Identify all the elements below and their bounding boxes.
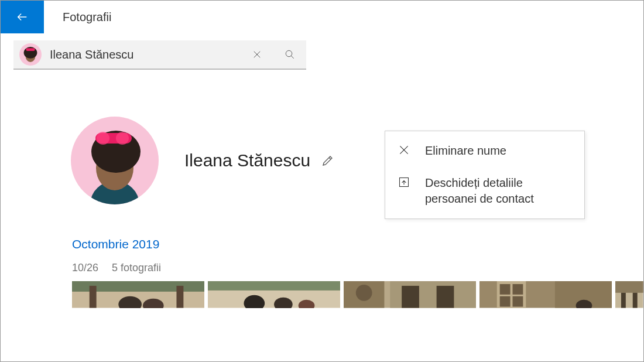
svg-rect-33 bbox=[513, 284, 523, 295]
date-section: Octombrie 2019 10/26 5 fotografii bbox=[72, 237, 643, 274]
profile-name: Ileana Stănescu bbox=[184, 151, 310, 170]
search-icon bbox=[285, 49, 295, 60]
thumbnail[interactable] bbox=[479, 281, 612, 308]
open-contact-icon bbox=[397, 175, 411, 189]
thumbnail[interactable] bbox=[72, 281, 204, 308]
svg-point-10 bbox=[97, 132, 109, 145]
month-link[interactable]: Octombrie 2019 bbox=[72, 237, 643, 251]
photo-thumbnail-icon bbox=[479, 281, 612, 308]
thumbnail[interactable] bbox=[344, 281, 476, 308]
svg-point-26 bbox=[356, 285, 372, 301]
close-icon bbox=[252, 49, 262, 60]
close-icon bbox=[397, 143, 411, 157]
photo-thumbnail-icon bbox=[208, 281, 340, 308]
avatar-icon bbox=[71, 117, 159, 204]
thumbnail[interactable] bbox=[208, 281, 340, 308]
page-title: Fotografii bbox=[63, 11, 111, 24]
svg-rect-16 bbox=[176, 286, 183, 308]
svg-rect-41 bbox=[633, 293, 638, 308]
search-clear-button[interactable] bbox=[241, 40, 273, 69]
pencil-icon bbox=[321, 153, 335, 168]
photo-thumbnail-icon bbox=[615, 281, 643, 308]
date-info: 10/26 5 fotografii bbox=[72, 262, 643, 274]
back-arrow-icon bbox=[16, 11, 29, 23]
svg-rect-3 bbox=[26, 48, 35, 51]
svg-rect-15 bbox=[90, 286, 97, 308]
search-input[interactable] bbox=[50, 48, 241, 62]
back-button[interactable] bbox=[1, 1, 44, 33]
svg-rect-20 bbox=[208, 281, 340, 291]
svg-rect-34 bbox=[500, 296, 511, 307]
svg-rect-40 bbox=[621, 293, 626, 308]
photo-count: 5 fotografii bbox=[112, 262, 161, 274]
header: Fotografii bbox=[1, 1, 643, 33]
profile-avatar bbox=[71, 117, 159, 204]
search-bar bbox=[13, 40, 306, 70]
menu-item-label: Deschideți detaliile persoanei de contac… bbox=[425, 175, 573, 207]
menu-item-label: Eliminare nume bbox=[425, 143, 506, 159]
svg-rect-35 bbox=[513, 296, 523, 307]
svg-rect-32 bbox=[500, 284, 511, 295]
date-value: 10/26 bbox=[72, 262, 98, 274]
svg-point-4 bbox=[286, 50, 292, 57]
avatar-icon bbox=[19, 43, 42, 66]
thumbnails-row bbox=[72, 281, 643, 308]
svg-rect-39 bbox=[615, 281, 643, 293]
photo-thumbnail-icon bbox=[344, 281, 476, 308]
thumbnail[interactable] bbox=[615, 281, 643, 308]
context-menu: Eliminare nume Deschideți detaliile pers… bbox=[385, 131, 585, 219]
svg-rect-28 bbox=[402, 286, 419, 308]
photo-thumbnail-icon bbox=[72, 281, 204, 308]
menu-item-open-contact[interactable]: Deschideți detaliile persoanei de contac… bbox=[385, 167, 584, 215]
search-submit-button[interactable] bbox=[273, 40, 306, 69]
edit-name-button[interactable] bbox=[321, 153, 335, 168]
svg-rect-29 bbox=[437, 286, 454, 308]
menu-item-remove-name[interactable]: Eliminare nume bbox=[385, 135, 584, 167]
svg-point-11 bbox=[116, 132, 129, 145]
search-avatar bbox=[19, 43, 42, 66]
